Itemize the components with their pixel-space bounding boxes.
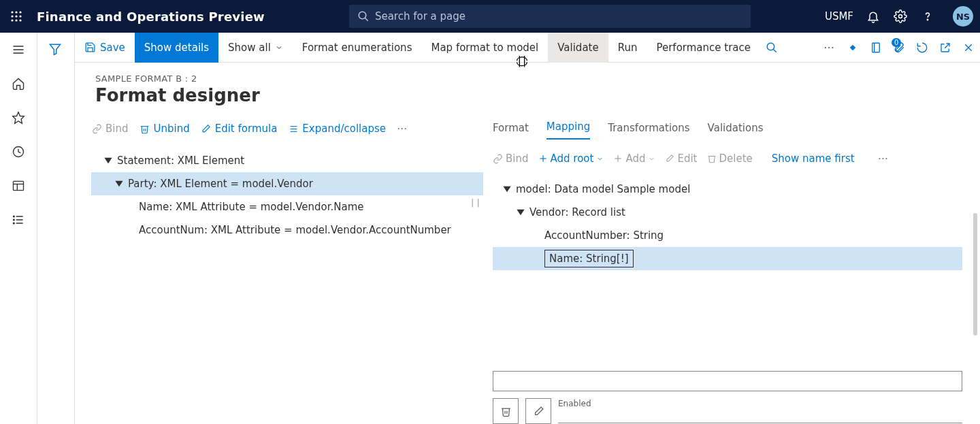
svg-line-10 [365, 18, 368, 21]
help-button[interactable] [920, 9, 935, 24]
tab-validations[interactable]: Validations [708, 122, 764, 140]
svg-point-7 [15, 19, 17, 21]
expand-icon [289, 124, 299, 134]
rtree-node-label: Vendor: Record list [529, 206, 625, 218]
bind-right-button[interactable]: Bind [493, 152, 529, 165]
page-title: Format designer [95, 85, 980, 105]
plus-icon [538, 154, 548, 163]
svg-marker-39 [115, 181, 122, 186]
svg-point-4 [15, 15, 17, 17]
notifications-button[interactable] [866, 9, 881, 24]
run-button[interactable]: Run [608, 33, 647, 63]
svg-rect-31 [872, 43, 880, 52]
company-label[interactable]: USMF [825, 10, 853, 22]
rtree-node-label: Name: String[!] [549, 252, 629, 265]
property-value-input[interactable] [493, 371, 962, 391]
performance-trace-button[interactable]: Performance trace [647, 33, 760, 63]
rtree-node-accountnumber[interactable]: AccountNumber: String [493, 224, 980, 247]
more-left-tools[interactable]: ⋯ [397, 123, 408, 135]
favorites-button[interactable] [11, 110, 26, 125]
format-tree: Statement: XML Element Party: XML Elemen… [91, 149, 483, 242]
search-box[interactable] [349, 5, 751, 28]
svg-point-2 [19, 11, 21, 13]
rtree-node-model[interactable]: model: Data model Sample model [493, 178, 980, 201]
enabled-input[interactable] [558, 408, 962, 423]
waffle-icon [10, 10, 22, 22]
validate-button[interactable]: Validate [548, 33, 608, 63]
caret-down-icon [103, 156, 113, 165]
svg-point-28 [767, 43, 774, 50]
format-tree-pane: Bind Unbind Edit formula Expand/collapse… [75, 112, 483, 424]
tab-transformations[interactable]: Transformations [608, 122, 689, 140]
rtree-node-label: model: Data model Sample model [516, 183, 690, 195]
user-avatar[interactable]: NS [953, 6, 973, 27]
filter-button[interactable] [48, 42, 63, 57]
right-tabs: Format Mapping Transformations Validatio… [483, 112, 980, 140]
splitter-handle[interactable]: | | [471, 197, 480, 208]
add-button[interactable]: Add [613, 152, 655, 165]
star-icon [12, 111, 25, 125]
app-launcher-button[interactable] [0, 0, 33, 33]
refresh-button[interactable] [911, 33, 934, 63]
bind-label: Bind [105, 123, 129, 135]
tree-node-party[interactable]: Party: XML Element = model.Vendor [91, 172, 483, 195]
save-button[interactable]: Save [75, 33, 135, 63]
show-name-first-button[interactable]: Show name first [772, 152, 855, 165]
tab-mapping[interactable]: Mapping [546, 120, 590, 140]
home-button[interactable] [11, 76, 26, 91]
more-actions-button[interactable]: ⋯ [818, 33, 841, 63]
scrollbar[interactable] [973, 213, 977, 336]
tree-node-statement[interactable]: Statement: XML Element [91, 149, 483, 172]
mapping-pane: Format Mapping Transformations Validatio… [483, 112, 980, 424]
rtree-node-name[interactable]: Name: String[!] [493, 247, 962, 270]
refresh-icon [916, 42, 928, 54]
edit-label: Edit [677, 152, 697, 165]
breadcrumb: SAMPLE FORMAT B : 2 [95, 74, 980, 84]
edit-button[interactable]: Edit [665, 152, 697, 165]
show-details-button[interactable]: Show details [135, 33, 218, 63]
workspaces-button[interactable] [11, 178, 26, 193]
tree-node-name[interactable]: Name: XML Attribute = model.Vendor.Name [91, 195, 483, 218]
gear-icon [894, 10, 907, 23]
unbind-label: Unbind [154, 123, 190, 135]
personalize-button[interactable] [841, 33, 864, 63]
add-root-label: Add root [551, 152, 594, 165]
chevron-down-icon [275, 44, 283, 52]
delete-property-button[interactable] [493, 398, 519, 424]
delete-button[interactable]: Delete [707, 152, 753, 165]
edit-formula-button[interactable]: Edit formula [201, 123, 278, 135]
search-icon [766, 42, 778, 54]
edit-property-button[interactable] [525, 398, 551, 424]
page-icon [870, 42, 882, 54]
plus-icon [613, 154, 623, 163]
tree-node-accountnum[interactable]: AccountNum: XML Attribute = model.Vendor… [91, 218, 483, 242]
pencil-icon [201, 124, 211, 134]
recent-button[interactable] [11, 144, 26, 159]
svg-point-25 [14, 219, 15, 221]
svg-line-29 [773, 49, 777, 52]
page-options-button[interactable] [864, 33, 887, 63]
show-all-button[interactable]: Show all [218, 33, 293, 63]
format-enumerations-button[interactable]: Format enumerations [293, 33, 422, 63]
search-input[interactable] [375, 10, 742, 22]
tab-format[interactable]: Format [493, 122, 529, 140]
expand-collapse-button[interactable]: Expand/collapse [288, 123, 386, 135]
close-icon [963, 42, 974, 53]
add-root-button[interactable]: Add root [538, 152, 604, 165]
bind-button[interactable]: Bind [91, 123, 129, 135]
popout-button[interactable] [934, 33, 957, 63]
nav-menu-button[interactable] [11, 42, 26, 57]
find-button[interactable] [760, 33, 783, 63]
modules-button[interactable] [11, 212, 26, 227]
more-right-tools[interactable]: ⋯ [878, 152, 889, 165]
bind-right-label: Bind [506, 152, 529, 165]
unbind-button[interactable]: Unbind [140, 123, 190, 135]
mapping-tree: model: Data model Sample model Vendor: R… [493, 178, 980, 270]
attachments-button[interactable]: 0 [887, 33, 911, 63]
caret-down-icon [516, 208, 525, 217]
search-icon [357, 10, 370, 22]
svg-point-3 [11, 15, 13, 17]
rtree-node-vendor[interactable]: Vendor: Record list [493, 201, 980, 224]
close-page-button[interactable] [957, 33, 980, 63]
settings-button[interactable] [893, 9, 908, 24]
